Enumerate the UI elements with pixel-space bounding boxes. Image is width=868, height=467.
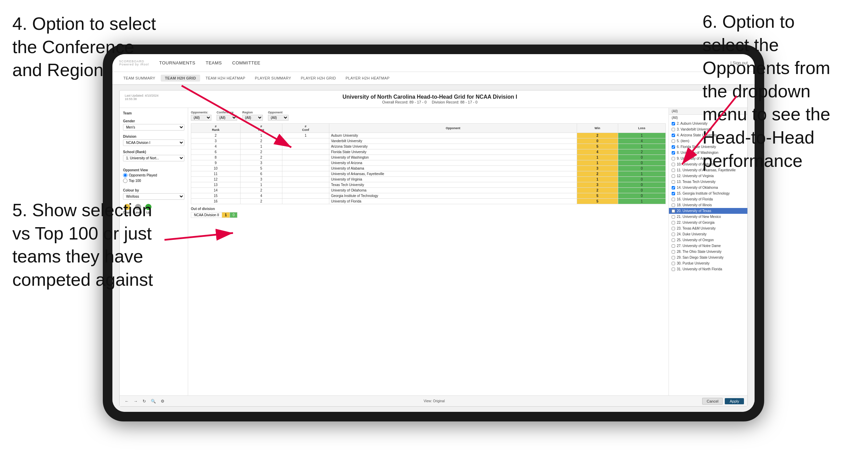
zoom-btn[interactable]: 🔍 [149,398,158,404]
region-select[interactable]: (All) [242,115,263,121]
dropdown-list-item[interactable]: 13. Texas Tech University [669,179,747,185]
cell-reg: 6 [240,171,282,177]
dropdown-list-item[interactable]: 21. University of New Mexico [669,214,747,220]
cell-opponent: Georgia Institute of Technology [329,193,577,199]
dropdown-list-item[interactable]: 14. University of Oklahoma [669,185,747,191]
bottom-toolbar: ← → ↻ 🔍 ⚙ View: Original Cancel Apply [120,395,747,406]
radio-top-100-input[interactable] [123,179,127,183]
dropdown-checkbox[interactable] [672,122,675,125]
school-section: School (Rank) 1. University of Nort... [123,150,184,161]
cell-opponent: Arizona State University [329,144,577,149]
cell-rank: 2 [191,133,241,138]
tab-team-h2h-grid[interactable]: TEAM H2H GRID [161,75,200,82]
opponent-filter: Opponent (All) [268,111,289,121]
cell-opponent: Florida State University [329,149,577,155]
dropdown-checkbox[interactable] [672,174,675,178]
dropdown-list-item[interactable]: 23. Texas A&M University [669,225,747,231]
cell-loss: 1 [618,171,665,177]
nav-teams[interactable]: TEAMS [206,59,222,67]
cell-rank: 3 [191,138,241,144]
dropdown-checkbox[interactable] [672,169,675,172]
toolbar-view-label: View: Original [424,399,445,403]
dropdown-checkbox[interactable] [672,209,675,213]
dropdown-checkbox[interactable] [672,204,675,207]
dropdown-checkbox[interactable] [672,134,675,137]
out-of-division-label: Out of division [191,207,666,211]
opponents-select[interactable]: (All) [191,115,211,121]
dropdown-checkbox[interactable] [672,145,675,149]
cell-rank: 9 [191,160,241,166]
tab-player-h2h-heatmap[interactable]: PLAYER H2H HEATMAP [341,75,393,82]
dropdown-checkbox[interactable] [672,139,675,143]
dropdown-checkbox[interactable] [672,233,675,236]
gender-select[interactable]: Men's [123,124,184,131]
cell-reg: 2 [240,199,282,204]
redo-btn[interactable]: → [132,398,139,404]
dropdown-checkbox[interactable] [672,180,675,184]
content-panel: Last Updated: 4/10/2024 16:55:38 Univers… [119,90,748,407]
dropdown-list-item[interactable]: 29. San Diego State University [669,255,747,260]
tab-player-summary[interactable]: PLAYER SUMMARY [251,75,295,82]
cell-rank: 14 [191,188,241,193]
cell-conf [282,160,329,166]
main-content: Last Updated: 4/10/2024 16:55:38 Univers… [112,85,755,412]
dropdown-list-item[interactable]: 25. University of Oregon [669,237,747,243]
dropdown-list-item[interactable]: 12. University of Virginia [669,173,747,179]
dropdown-list-item[interactable]: 31. University of North Florida [669,266,747,272]
cell-conf [282,155,329,160]
radio-top-100[interactable]: Top 100 [123,179,184,183]
dropdown-checkbox[interactable] [672,244,675,248]
dropdown-checkbox[interactable] [672,262,675,265]
dropdown-checkbox[interactable] [672,227,675,230]
nav-tournaments[interactable]: TOURNAMENTS [159,59,196,67]
conference-select[interactable]: (All) [217,115,237,121]
overall-record-label: Overall Record: [382,100,408,104]
toolbar-left: ← → ↻ 🔍 ⚙ [123,398,166,404]
dropdown-list-item[interactable]: 20. University of Texas [669,208,747,214]
settings-btn[interactable]: ⚙ [159,398,166,404]
dropdown-checkbox[interactable] [672,163,675,166]
dropdown-checkbox[interactable] [672,221,675,224]
dropdown-checkbox[interactable] [672,256,675,259]
nav-committee[interactable]: COMMITTEE [232,59,261,67]
dropdown-checkbox[interactable] [672,157,675,160]
dropdown-list-item[interactable]: 16. University of Florida [669,196,747,202]
dropdown-list-item[interactable]: 28. The Ohio State University [669,249,747,255]
colour-section: Colour by Win/loss [123,188,184,200]
dropdown-list-item[interactable]: 15. Georgia Institute of Technology [669,191,747,196]
dropdown-checkbox[interactable] [672,250,675,254]
dropdown-list-item[interactable]: 18. University of Illinois [669,202,747,208]
refresh-btn[interactable]: ↻ [141,398,148,404]
dropdown-checkbox[interactable] [672,268,675,271]
apply-button[interactable]: Apply [725,398,744,404]
dropdown-list-item[interactable]: 24. Duke University [669,231,747,237]
cell-win: 1 [577,160,618,166]
cell-reg: 1 [240,182,282,188]
dropdown-checkbox[interactable] [672,238,675,242]
opponent-select[interactable]: (All) [268,115,289,121]
cell-reg: 1 [240,144,282,149]
dropdown-list-item[interactable]: 27. University of Notre Dame [669,243,747,249]
cell-opponent: Vanderbilt University [329,138,577,144]
radio-opponents-played-input[interactable] [123,173,127,177]
dropdown-list-item[interactable]: 30. Purdue University [669,260,747,266]
tablet-frame: 5COREBOARD Powered by iRool TOURNAMENTS … [103,45,764,421]
dropdown-checkbox[interactable] [672,128,675,131]
division-select[interactable]: NCAA Division I [123,139,184,146]
school-select[interactable]: 1. University of Nort... [123,155,184,161]
tablet-screen: 5COREBOARD Powered by iRool TOURNAMENTS … [112,54,755,412]
dropdown-checkbox[interactable] [672,198,675,201]
dropdown-checkbox[interactable] [672,215,675,219]
dropdown-checkbox[interactable] [672,192,675,195]
tab-player-h2h-grid[interactable]: PLAYER H2H GRID [297,75,340,82]
tab-team-h2h-heatmap[interactable]: TEAM H2H HEATMAP [201,75,249,82]
dropdown-list-item[interactable]: 22. University of Georgia [669,220,747,225]
dropdown-checkbox[interactable] [672,186,675,189]
cancel-button[interactable]: Cancel [702,398,723,405]
cell-opponent: University of Florida [329,199,577,204]
undo-btn[interactable]: ← [123,398,131,404]
dropdown-item-label: 30. Purdue University [677,261,710,265]
radio-opponents-played[interactable]: Opponents Played [123,173,184,177]
table-row: 10 5 University of Alabama 3 0 [191,166,666,171]
dropdown-checkbox[interactable] [672,151,675,155]
